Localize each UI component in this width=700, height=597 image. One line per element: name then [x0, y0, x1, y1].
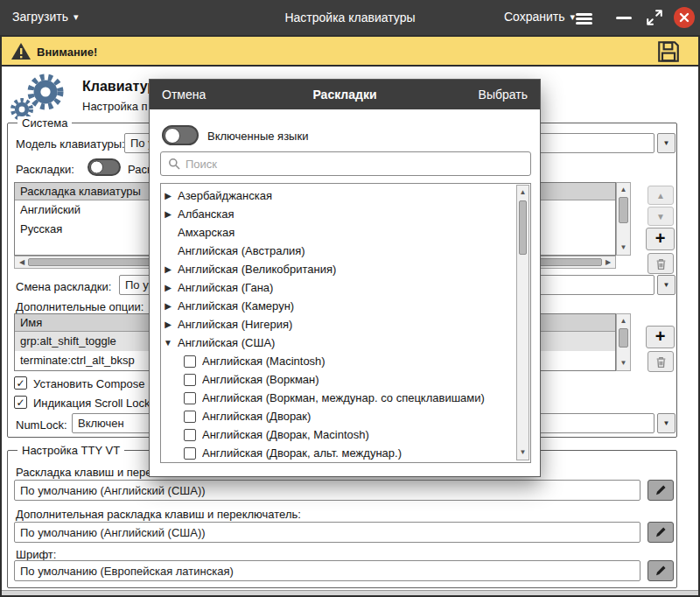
- layout-switching-dropdown-button[interactable]: ▼: [657, 275, 676, 295]
- expand-arrow-icon[interactable]: ▶: [163, 301, 173, 311]
- scroll-up-icon: ▲: [617, 315, 630, 327]
- language-label: Английская (Воркман, междунар. со спецкл…: [202, 391, 485, 404]
- close-icon: [679, 12, 690, 23]
- tty-extra-layout-field[interactable]: По умолчанию (Английский (США)): [14, 522, 640, 543]
- enabled-languages-label: Включенные языки: [207, 130, 308, 143]
- language-label: Английская (Macintosh): [202, 355, 326, 368]
- titlebar: Загрузить ▾ Настройка клавиатуры Сохрани…: [0, 0, 700, 35]
- language-tree-item[interactable]: ▶Английская (Гана): [163, 278, 513, 297]
- minimize-button[interactable]: [616, 12, 632, 23]
- window-border: [0, 35, 2, 597]
- language-variant-item[interactable]: Английская (Macintosh): [163, 352, 513, 370]
- add-option-button[interactable]: +: [646, 326, 675, 348]
- scrollbar-thumb[interactable]: [519, 200, 527, 255]
- expand-arrows-icon: [646, 9, 663, 26]
- delete-option-button[interactable]: [648, 351, 674, 372]
- layouts-toggle[interactable]: [88, 158, 121, 176]
- warning-bar: Внимание!: [0, 35, 700, 67]
- minimize-icon: [616, 17, 632, 19]
- edit-tty-layout-button[interactable]: [648, 480, 674, 501]
- language-tree-item[interactable]: ▶Английская (Великобритания): [163, 260, 513, 278]
- language-tree-item[interactable]: ▼Английская (США): [163, 334, 513, 352]
- variant-checkbox[interactable]: [184, 374, 196, 386]
- plus-icon: +: [655, 229, 666, 247]
- page-subtitle: Настройка п: [82, 100, 148, 113]
- collapse-arrow-icon[interactable]: ▼: [163, 338, 173, 348]
- language-label: Английская (США): [178, 336, 275, 349]
- search-box[interactable]: [160, 151, 531, 176]
- language-tree-item[interactable]: ▶Английская (Камерун): [163, 297, 513, 315]
- trash-icon: [654, 257, 668, 270]
- chevron-down-icon: ▼: [663, 419, 670, 427]
- expand-arrow-icon[interactable]: ▶: [163, 191, 173, 200]
- expand-arrow-icon[interactable]: ▶: [163, 209, 173, 219]
- expand-arrow-icon[interactable]: ▶: [163, 264, 173, 274]
- language-tree-item[interactable]: ▶Албанская: [163, 205, 513, 223]
- warning-text: Внимание!: [37, 46, 97, 59]
- variant-checkbox[interactable]: [184, 392, 196, 404]
- chevron-down-icon: ▾: [570, 11, 576, 23]
- save-file-button[interactable]: [656, 39, 681, 67]
- search-input[interactable]: [186, 158, 523, 171]
- warning-icon: [10, 42, 32, 60]
- scrolllock-checkbox[interactable]: ✓: [14, 396, 27, 409]
- language-tree-item[interactable]: ▶Азербайджанская: [163, 186, 513, 205]
- expand-button[interactable]: [646, 9, 663, 30]
- layout-switching-label: Смена раскладки:: [16, 280, 111, 293]
- language-variant-item[interactable]: Английская (Дворак, Macintosh): [163, 425, 513, 444]
- delete-layout-button[interactable]: [648, 253, 674, 274]
- checkmark-icon: ✓: [16, 397, 24, 408]
- save-menu-button[interactable]: Сохранить ▾: [504, 10, 575, 24]
- scrollbar-thumb[interactable]: [619, 328, 628, 348]
- language-label: Английская (Дворак, Macintosh): [202, 428, 369, 441]
- language-variant-item[interactable]: Английская (Воркман, междунар. со спецкл…: [163, 389, 513, 407]
- language-variant-item[interactable]: Английская (Воркман): [163, 370, 513, 389]
- expand-arrow-icon[interactable]: ▶: [163, 283, 173, 292]
- numlock-label: NumLock:: [16, 418, 67, 432]
- keyboard-model-dropdown-button[interactable]: ▼: [657, 133, 676, 153]
- variant-checkbox[interactable]: [184, 429, 196, 441]
- tty-layout-field[interactable]: По умолчанию (Английский (США)): [14, 480, 640, 501]
- language-label: Английская (Камерун): [178, 299, 294, 313]
- language-tree-item[interactable]: Английская (Австралия): [163, 242, 513, 260]
- add-layout-button[interactable]: +: [646, 228, 675, 250]
- keyboard-model-label: Модель клавиатуры:: [16, 137, 125, 151]
- chevron-down-icon: ▼: [663, 281, 670, 289]
- keyboard-settings-window: Загрузить ▾ Настройка клавиатуры Сохрани…: [0, 0, 700, 597]
- language-variant-item[interactable]: Английская (Дворак, альт. междунар.): [163, 444, 513, 462]
- language-label: Азербайджанская: [178, 189, 272, 202]
- scroll-down-icon: ▼: [517, 446, 528, 459]
- scrollbar-thumb[interactable]: [619, 197, 628, 223]
- compose-checkbox[interactable]: ✓: [14, 376, 27, 390]
- close-button[interactable]: [674, 7, 695, 28]
- trash-icon: [654, 355, 668, 369]
- dialog-select-button[interactable]: Выбрать: [479, 88, 528, 102]
- layout-list-vscrollbar[interactable]: ▲ ▼: [616, 182, 631, 256]
- scroll-up-icon: ▲: [617, 184, 630, 196]
- tty-extra-layout-label: Дополнительная раскладка клавиш и перекл…: [16, 508, 301, 521]
- enabled-languages-toggle[interactable]: [162, 125, 199, 145]
- language-label: Английская (Воркман): [202, 373, 319, 386]
- edit-tty-extra-layout-button[interactable]: [648, 522, 674, 543]
- keyboard-gears-icon: [9, 72, 70, 123]
- tty-font-field[interactable]: По умолчанию (Европейская латинская): [14, 560, 640, 581]
- language-label: Английская (Великобритания): [178, 263, 336, 276]
- language-list-vscrollbar[interactable]: ▲ ▼: [516, 185, 529, 460]
- variant-checkbox[interactable]: [184, 411, 196, 423]
- language-variant-item[interactable]: Английская (Дворак): [163, 407, 513, 425]
- variant-checkbox[interactable]: [184, 447, 196, 460]
- hamburger-icon: [576, 13, 592, 16]
- floppy-save-icon: [656, 39, 681, 64]
- language-tree-item[interactable]: ▶Английская (Нигерия): [163, 315, 513, 334]
- pencil-icon: [654, 526, 667, 538]
- expand-arrow-icon[interactable]: ▶: [163, 320, 173, 329]
- variant-checkbox[interactable]: [184, 355, 196, 368]
- menu-button[interactable]: [576, 11, 592, 26]
- tty-legend: Настройка TTY VT: [18, 444, 124, 457]
- move-layout-down-button[interactable]: ▼: [648, 207, 674, 226]
- move-layout-up-button[interactable]: ▲: [648, 186, 674, 205]
- language-tree-item[interactable]: Амхарская: [163, 223, 513, 242]
- edit-tty-font-button[interactable]: [648, 560, 674, 581]
- numlock-dropdown-button[interactable]: ▼: [657, 413, 676, 433]
- options-table-vscrollbar[interactable]: ▲ ▼: [616, 313, 631, 371]
